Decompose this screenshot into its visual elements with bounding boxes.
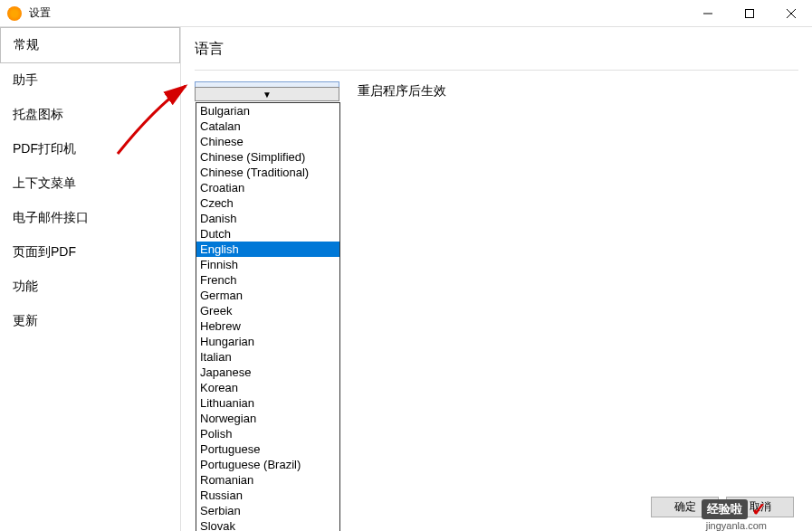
- dropdown-item[interactable]: Norwegian: [196, 411, 339, 426]
- titlebar: 设置: [0, 0, 812, 27]
- dropdown-item[interactable]: Hebrew: [196, 318, 339, 334]
- dropdown-item[interactable]: Croatian: [196, 180, 339, 195]
- dropdown-item[interactable]: Portuguese (Brazil): [196, 457, 339, 472]
- sidebar-item-general[interactable]: 常规: [0, 27, 180, 63]
- dropdown-item[interactable]: Slovak: [196, 518, 339, 531]
- watermark-url: jingyanla.com: [706, 520, 767, 531]
- dropdown-item[interactable]: Finnish: [196, 257, 339, 272]
- dropdown-item[interactable]: Russian: [196, 488, 339, 503]
- sidebar: 常规 助手 托盘图标 PDF打印机 上下文菜单 电子邮件接口 页面到PDF 功能…: [0, 27, 181, 531]
- dropdown-item[interactable]: English: [196, 242, 339, 257]
- panel-title: 语言: [195, 36, 798, 71]
- app-icon: [7, 6, 22, 21]
- sidebar-item-features[interactable]: 功能: [0, 270, 180, 304]
- dropdown-item[interactable]: Chinese: [196, 134, 339, 149]
- watermark: 经验啦 ✓ jingyanla.com: [702, 498, 767, 520]
- sidebar-item-email[interactable]: 电子邮件接口: [0, 201, 180, 235]
- dropdown-item[interactable]: Danish: [196, 211, 339, 226]
- dropdown-item[interactable]: Catalan: [196, 119, 339, 134]
- dropdown-item[interactable]: Romanian: [196, 472, 339, 488]
- dropdown-item[interactable]: French: [196, 272, 339, 288]
- dropdown-item[interactable]: Chinese (Traditional): [196, 165, 339, 180]
- dropdown-item[interactable]: Serbian: [196, 503, 339, 518]
- sidebar-item-update[interactable]: 更新: [0, 304, 180, 338]
- sidebar-item-pdf-printer[interactable]: PDF打印机: [0, 132, 180, 166]
- content-area: 常规 助手 托盘图标 PDF打印机 上下文菜单 电子邮件接口 页面到PDF 功能…: [0, 27, 812, 531]
- dropdown-item[interactable]: Bulgarian: [196, 103, 339, 119]
- dropdown-item[interactable]: Korean: [196, 380, 339, 395]
- sidebar-item-page-to-pdf[interactable]: 页面到PDF: [0, 235, 180, 270]
- language-row: Chinese BulgarianCatalanChineseChinese (…: [195, 81, 798, 101]
- dropdown-item[interactable]: Greek: [196, 303, 339, 318]
- dropdown-item[interactable]: Polish: [196, 426, 339, 441]
- language-dropdown[interactable]: BulgarianCatalanChineseChinese (Simplifi…: [196, 102, 340, 531]
- dropdown-item[interactable]: Dutch: [196, 226, 339, 242]
- dropdown-item[interactable]: Lithuanian: [196, 395, 339, 411]
- dropdown-item[interactable]: Portuguese: [196, 441, 339, 457]
- watermark-badge: 经验啦: [702, 499, 748, 519]
- check-icon: ✓: [751, 498, 767, 520]
- dropdown-item[interactable]: Chinese (Simplified): [196, 149, 339, 165]
- dropdown-item[interactable]: Italian: [196, 349, 339, 365]
- svg-rect-1: [746, 9, 754, 17]
- sidebar-item-context-menu[interactable]: 上下文菜单: [0, 166, 180, 201]
- main-panel: 语言 Chinese BulgarianCatalanChineseChines…: [181, 27, 812, 531]
- window-title: 设置: [29, 5, 51, 21]
- dropdown-scroll-down[interactable]: ▼: [195, 87, 339, 101]
- dropdown-item[interactable]: Japanese: [196, 365, 339, 380]
- maximize-button[interactable]: [729, 0, 770, 27]
- dropdown-item[interactable]: Hungarian: [196, 334, 339, 349]
- minimize-button[interactable]: [687, 0, 729, 27]
- restart-hint: 重启程序后生效: [358, 83, 446, 100]
- sidebar-item-tray[interactable]: 托盘图标: [0, 98, 180, 132]
- dropdown-item[interactable]: German: [196, 288, 339, 303]
- sidebar-item-assistant[interactable]: 助手: [0, 63, 180, 98]
- window-controls: [687, 0, 812, 27]
- dropdown-item[interactable]: Czech: [196, 195, 339, 211]
- close-button[interactable]: [770, 0, 812, 27]
